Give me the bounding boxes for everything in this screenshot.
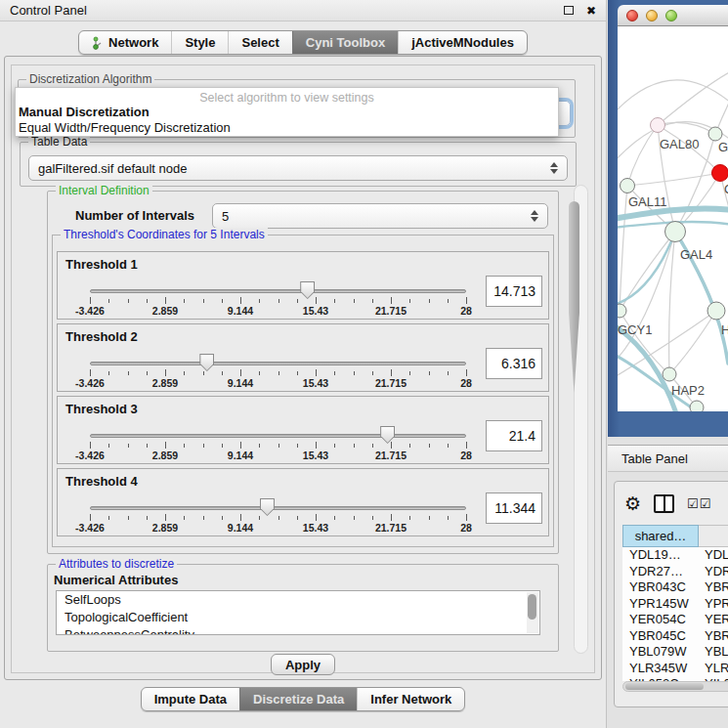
node-table[interactable]: shared… na YDL19…YDL1YDR27…YDR2YBR043CYB…: [622, 525, 728, 681]
tick-mark: [316, 514, 317, 521]
tick-label: 21.715: [375, 450, 407, 461]
network-node[interactable]: [707, 302, 725, 320]
network-edge: [618, 80, 728, 114]
number-of-intervals-combobox[interactable]: 5: [212, 203, 548, 229]
table-row[interactable]: YDR27…YDR2: [622, 564, 728, 580]
tab-cyni-toolbox[interactable]: Cyni Toolbox: [292, 31, 398, 54]
panel-scrollbar-thumb[interactable]: [569, 201, 579, 393]
attribute-item-betweennesscentrality[interactable]: BetweennessCentrality: [57, 626, 539, 635]
panel-scrollbar[interactable]: [574, 185, 588, 654]
threshold-slider[interactable]: [90, 506, 466, 510]
network-edge: [618, 208, 728, 219]
tick-mark: [448, 371, 449, 375]
tick-label: 21.715: [375, 522, 407, 534]
network-graph[interactable]: GAL80GACGAL11GAL4GCY1HHAP2: [618, 26, 728, 411]
slider-ticks: [90, 369, 466, 377]
table-row[interactable]: YBR045CYBR0: [622, 628, 728, 645]
checkbox-icons[interactable]: ☑☑: [687, 496, 711, 511]
tick-label: 28: [460, 450, 472, 461]
attribute-item-topologicalcoefficient[interactable]: TopologicalCoefficient: [57, 609, 539, 626]
threshold-value-field[interactable]: 14.713: [486, 276, 542, 307]
attributes-scrollbar[interactable]: [527, 592, 538, 633]
threshold-slider[interactable]: [90, 362, 466, 365]
tick-mark: [165, 514, 166, 521]
threshold-slider[interactable]: [90, 434, 466, 438]
attributes-scrollbar-thumb[interactable]: [528, 594, 536, 620]
zoom-traffic-light-icon[interactable]: [665, 10, 677, 21]
table-data-combobox[interactable]: galFiltered.sif default node: [28, 155, 568, 181]
panel-title: Control Panel: [10, 3, 564, 18]
column-header-shared[interactable]: shared…: [622, 525, 699, 547]
network-edge: [627, 173, 720, 186]
numerical-attributes-list[interactable]: SelfLoopsTopologicalCoefficientBetweenne…: [56, 590, 540, 635]
tick-mark: [391, 297, 392, 304]
tab-style[interactable]: Style: [171, 31, 228, 54]
slider-track[interactable]: [90, 362, 466, 365]
table-row[interactable]: YBR043CYBR0: [622, 579, 728, 596]
apply-button[interactable]: Apply: [271, 654, 335, 675]
interval-definition-group: Interval Definition Number of Intervals …: [47, 191, 559, 554]
network-canvas[interactable]: GAL80GACGAL11GAL4GCY1HHAP2: [618, 26, 728, 411]
table-panel: ⚙ ☑☑ shared… na YDL19…YDL1YDR27…YDR2YBR0…: [614, 481, 728, 707]
tick-mark: [259, 444, 260, 448]
network-node-label: GA: [718, 140, 728, 154]
threshold-value-field[interactable]: 6.316: [486, 348, 542, 379]
table-cell-shared-name: YBL079W: [622, 644, 699, 661]
network-node[interactable]: [712, 165, 728, 182]
tick-mark: [354, 516, 355, 520]
table-cell-name: YDL1: [699, 547, 728, 564]
threshold-slider[interactable]: [90, 289, 466, 293]
table-row[interactable]: YER054CYER0: [622, 612, 728, 628]
split-columns-icon[interactable]: [654, 494, 674, 513]
close-icon[interactable]: ✖: [586, 5, 596, 17]
slider-track[interactable]: [90, 289, 466, 293]
table-row[interactable]: YLR345WYLR3: [622, 661, 728, 677]
gear-icon[interactable]: ⚙: [624, 494, 641, 513]
attribute-item-selfloops[interactable]: SelfLoops: [57, 591, 539, 609]
network-node[interactable]: [708, 127, 722, 141]
table-cell-shared-name: YDL19…: [622, 547, 699, 564]
close-traffic-light-icon[interactable]: [626, 10, 638, 21]
network-node[interactable]: [665, 222, 686, 242]
network-node[interactable]: [690, 401, 704, 411]
tick-mark: [108, 299, 109, 303]
table-row[interactable]: YPR145WYPR1: [622, 596, 728, 613]
algorithm-option-equal-width-frequency-discretization[interactable]: Equal Width/Frequency Discretization: [16, 120, 558, 136]
network-node[interactable]: [618, 304, 626, 318]
tick-mark: [354, 299, 355, 303]
threshold-value-field[interactable]: 21.4: [486, 420, 542, 451]
network-node[interactable]: [621, 179, 635, 193]
threshold-label: Threshold 1: [65, 257, 138, 272]
column-header-name[interactable]: na: [699, 525, 728, 547]
minimize-traffic-light-icon[interactable]: [646, 10, 658, 21]
tab-jactivemnodules[interactable]: jActiveMNodules: [398, 31, 527, 54]
table-row[interactable]: YBL079WYBL0: [622, 644, 728, 661]
table-data-combobox-value: galFiltered.sif default node: [38, 161, 550, 176]
slider-track[interactable]: [90, 434, 466, 438]
tick-mark: [240, 514, 241, 521]
tick-mark: [203, 371, 204, 375]
tab-infer-network[interactable]: Infer Network: [357, 688, 464, 710]
tick-mark: [259, 516, 260, 520]
network-node[interactable]: [663, 367, 676, 381]
tab-impute-data[interactable]: Impute Data: [142, 688, 239, 710]
float-window-icon[interactable]: [564, 6, 574, 15]
algorithm-option-manual-discretization[interactable]: Manual Discretization: [16, 105, 558, 120]
tick-mark: [278, 516, 279, 520]
threshold-value-field[interactable]: 11.344: [486, 492, 542, 524]
network-node[interactable]: [651, 118, 665, 133]
tick-mark: [354, 444, 355, 448]
tab-select[interactable]: Select: [228, 31, 291, 54]
slider-track[interactable]: [90, 506, 466, 510]
table-hscrollbar-thumb[interactable]: [625, 683, 704, 690]
tick-mark: [429, 516, 430, 520]
tab-discretize-data[interactable]: Discretize Data: [239, 688, 357, 710]
network-view-window[interactable]: GAL80GACGAL11GAL4GCY1HHAP2: [608, 0, 728, 437]
tab-network[interactable]: Network: [79, 31, 171, 54]
table-horizontal-scrollbar[interactable]: [622, 681, 728, 692]
table-row[interactable]: YDL19…YDL1: [622, 547, 728, 564]
table-toolbar: ⚙ ☑☑: [624, 488, 728, 519]
tick-label: 28: [460, 305, 472, 317]
table-cell-shared-name: YLR345W: [622, 661, 699, 677]
network-window-titlebar: [618, 5, 728, 26]
